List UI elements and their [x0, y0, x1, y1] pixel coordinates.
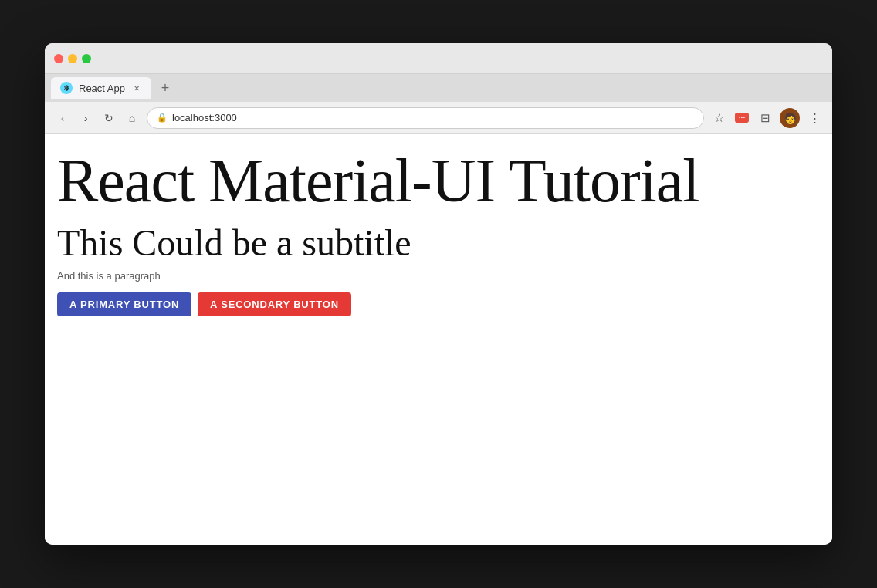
extensions-button[interactable]: ···: [733, 110, 750, 127]
maximize-button[interactable]: [82, 54, 91, 63]
reload-button[interactable]: ↻: [100, 110, 117, 127]
secondary-button[interactable]: A SECONDARY BUTTON: [198, 292, 351, 316]
primary-button[interactable]: A PRIMARY BUTTON: [57, 292, 191, 316]
address-bar: ‹ › ↻ ⌂ 🔒 localhost:3000 ☆ ··· ⊟ 🧑 ⋮: [45, 102, 832, 134]
url-text: localhost:3000: [172, 112, 237, 123]
url-bar[interactable]: 🔒 localhost:3000: [147, 107, 704, 129]
home-button[interactable]: ⌂: [124, 110, 141, 127]
paragraph: And this is a paragraph: [57, 270, 820, 282]
extensions-badge: ···: [735, 113, 749, 123]
sub-heading: This Could be a subtitle: [57, 221, 820, 265]
address-right-controls: ☆ ··· ⊟ 🧑 ⋮: [710, 108, 823, 128]
browser-window: ⚛ React App ✕ + ‹ › ↻ ⌂ 🔒 localhost:3000…: [45, 43, 832, 545]
tab-close-button[interactable]: ✕: [131, 83, 142, 93]
page-content: React Material-UI Tutorial This Could be…: [45, 134, 832, 545]
menu-button[interactable]: ⋮: [806, 110, 823, 127]
minimize-button[interactable]: [68, 54, 77, 63]
tab-bar: ⚛ React App ✕ +: [45, 74, 832, 102]
lock-icon: 🔒: [157, 113, 168, 123]
profile-button[interactable]: 🧑: [780, 108, 800, 128]
main-heading: React Material-UI Tutorial: [57, 147, 820, 215]
active-tab[interactable]: ⚛ React App ✕: [51, 77, 151, 99]
new-tab-button[interactable]: +: [154, 77, 176, 99]
bookmark-button[interactable]: ☆: [710, 110, 727, 127]
cast-button[interactable]: ⊟: [757, 110, 774, 127]
buttons-row: A PRIMARY BUTTON A SECONDARY BUTTON: [57, 292, 820, 316]
tab-title: React App: [79, 83, 125, 94]
forward-button[interactable]: ›: [77, 110, 94, 127]
tab-favicon: ⚛: [60, 82, 73, 94]
close-button[interactable]: [54, 54, 63, 63]
back-button[interactable]: ‹: [54, 110, 71, 127]
traffic-lights: [54, 54, 91, 63]
title-bar: [45, 43, 832, 74]
